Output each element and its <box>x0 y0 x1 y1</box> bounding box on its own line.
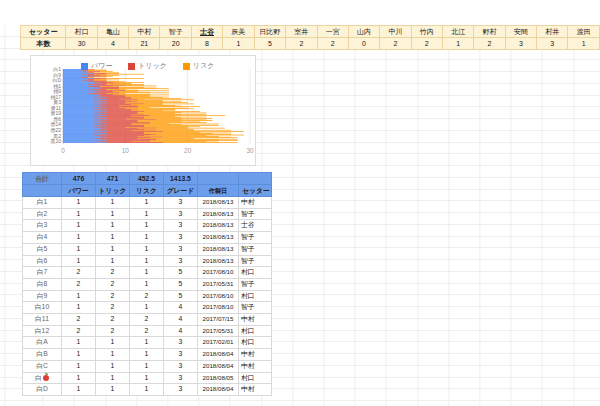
date-cell[interactable]: 2018/08/13 <box>198 232 239 244</box>
setter-cell[interactable]: 村口 <box>239 290 272 302</box>
risk-cell[interactable]: 1 <box>130 278 164 290</box>
setter-name-cell[interactable]: 士谷 <box>191 26 222 38</box>
setter-count-cell[interactable]: 2 <box>474 38 505 50</box>
total-value-cell[interactable]: 1413.5 <box>164 173 198 185</box>
setter-count-cell[interactable]: 1 <box>223 38 254 50</box>
setter-name-cell[interactable]: 安間 <box>505 26 536 38</box>
grade-cell[interactable]: 3 <box>164 220 198 232</box>
risk-cell[interactable]: 1 <box>130 255 164 267</box>
column-header-cell[interactable]: グレード <box>164 185 198 197</box>
column-header-cell[interactable]: パワー <box>62 185 96 197</box>
date-cell[interactable]: 2018/08/13 <box>198 208 239 220</box>
setter-count-cell[interactable]: 4 <box>97 38 128 50</box>
risk-cell[interactable]: 1 <box>130 197 164 209</box>
grade-cell[interactable]: 5 <box>164 278 198 290</box>
risk-cell[interactable]: 1 <box>130 349 164 361</box>
setter-count-cell[interactable]: 3 <box>537 38 568 50</box>
setter-count-cell[interactable]: 20 <box>160 38 191 50</box>
setter-count-cell[interactable]: 2 <box>411 38 442 50</box>
setter-cell[interactable]: 村口 <box>239 337 272 349</box>
setter-count-cell[interactable]: 8 <box>191 38 222 50</box>
setter-count-cell[interactable]: 1 <box>568 38 600 50</box>
power-cell[interactable]: 1 <box>62 232 96 244</box>
date-cell[interactable]: 2018/08/13 <box>198 197 239 209</box>
setter-cell[interactable]: 智子 <box>239 255 272 267</box>
power-cell[interactable]: 2 <box>62 325 96 337</box>
power-cell[interactable]: 1 <box>62 302 96 314</box>
setter-name-cell[interactable]: 室井 <box>286 26 317 38</box>
trick-cell[interactable]: 1 <box>96 197 130 209</box>
grade-cell[interactable]: 3 <box>164 197 198 209</box>
grade-cell[interactable]: 3 <box>164 243 198 255</box>
setter-name-cell[interactable]: 渡田 <box>568 26 600 38</box>
risk-cell[interactable]: 2 <box>130 314 164 326</box>
setter-cell[interactable]: 村口 <box>239 325 272 337</box>
grade-cell[interactable]: 3 <box>164 232 198 244</box>
trick-cell[interactable]: 2 <box>96 325 130 337</box>
risk-cell[interactable]: 1 <box>130 208 164 220</box>
total-label[interactable]: 合計 <box>23 173 62 185</box>
column-header-cell[interactable]: トリック <box>96 185 130 197</box>
date-cell[interactable]: 2017/08/10 <box>198 290 239 302</box>
power-cell[interactable]: 1 <box>62 360 96 372</box>
risk-cell[interactable]: 1 <box>130 337 164 349</box>
total-value-cell[interactable]: 471 <box>96 173 130 185</box>
grade-cell[interactable]: 3 <box>164 349 198 361</box>
grade-cell[interactable]: 4 <box>164 325 198 337</box>
grade-cell[interactable]: 3 <box>164 255 198 267</box>
total-value-cell[interactable]: 476 <box>62 173 96 185</box>
power-cell[interactable]: 1 <box>62 208 96 220</box>
chart-container[interactable]: 0102030白1白9白D桃1桃9桃17黄3黄11黄19赤6赤14赤22黒2黒1… <box>30 55 256 166</box>
risk-cell[interactable]: 1 <box>130 360 164 372</box>
power-cell[interactable]: 1 <box>62 337 96 349</box>
grade-cell[interactable]: 4 <box>164 302 198 314</box>
route-name-cell[interactable]: 白7 <box>23 267 62 279</box>
date-cell[interactable]: 2018/08/13 <box>198 255 239 267</box>
trick-cell[interactable]: 1 <box>96 208 130 220</box>
risk-cell[interactable]: 1 <box>130 243 164 255</box>
grade-cell[interactable]: 4 <box>164 314 198 326</box>
setter-count-cell[interactable]: 2 <box>380 38 411 50</box>
route-name-cell[interactable]: 白11 <box>23 314 62 326</box>
setter-cell[interactable]: 中村 <box>239 360 272 372</box>
setter-cell[interactable]: 中村 <box>239 197 272 209</box>
power-cell[interactable]: 1 <box>62 372 96 384</box>
setter-name-cell[interactable]: 山内 <box>348 26 379 38</box>
grade-cell[interactable]: 3 <box>164 372 198 384</box>
trick-cell[interactable]: 1 <box>96 372 130 384</box>
setter-name-cell[interactable]: 北江 <box>442 26 473 38</box>
route-name-cell[interactable]: 白C <box>23 360 62 372</box>
risk-cell[interactable]: 1 <box>130 302 164 314</box>
setter-count-cell[interactable]: 0 <box>348 38 379 50</box>
route-name-cell[interactable]: 白8 <box>23 278 62 290</box>
route-name-cell[interactable]: 白6 <box>23 255 62 267</box>
trick-cell[interactable]: 1 <box>96 243 130 255</box>
setter-cell[interactable]: 士谷 <box>239 220 272 232</box>
setter-name-cell[interactable]: 中村 <box>129 26 160 38</box>
setter-name-cell[interactable]: 辰美 <box>223 26 254 38</box>
setter-count-cell[interactable]: 2 <box>317 38 348 50</box>
setter-name-cell[interactable]: 野村 <box>474 26 505 38</box>
trick-cell[interactable]: 1 <box>96 349 130 361</box>
setter-name-cell[interactable]: 竹内 <box>411 26 442 38</box>
risk-cell[interactable]: 1 <box>130 372 164 384</box>
setter-cell[interactable]: 智子 <box>239 278 272 290</box>
route-name-cell[interactable]: 白4 <box>23 232 62 244</box>
setter-cell[interactable]: 中村 <box>239 314 272 326</box>
grade-cell[interactable]: 3 <box>164 384 198 396</box>
setter-row-label[interactable]: セッター <box>21 26 66 38</box>
power-cell[interactable]: 2 <box>62 278 96 290</box>
grade-cell[interactable]: 5 <box>164 267 198 279</box>
trick-cell[interactable]: 2 <box>96 302 130 314</box>
setter-count-cell[interactable]: 5 <box>254 38 286 50</box>
trick-cell[interactable]: 2 <box>96 278 130 290</box>
setter-cell[interactable]: 智子 <box>239 208 272 220</box>
setter-name-cell[interactable]: 智子 <box>160 26 191 38</box>
setter-name-cell[interactable]: 日比野 <box>254 26 286 38</box>
risk-cell[interactable]: 1 <box>130 267 164 279</box>
grade-cell[interactable]: 3 <box>164 337 198 349</box>
date-cell[interactable]: 2018/08/04 <box>198 360 239 372</box>
route-name-cell[interactable]: 白 <box>23 372 62 384</box>
date-cell[interactable]: 2017/02/01 <box>198 337 239 349</box>
setter-count-cell[interactable]: 1 <box>442 38 473 50</box>
